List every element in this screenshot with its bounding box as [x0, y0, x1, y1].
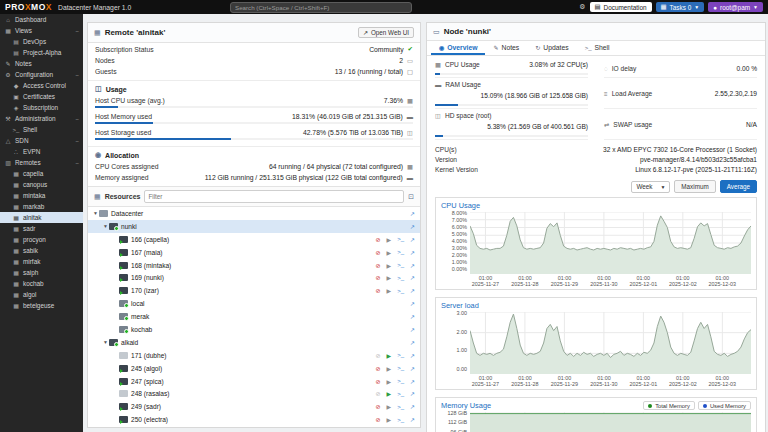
- open-icon[interactable]: ↗: [410, 262, 415, 269]
- stop-icon[interactable]: ⊘: [375, 287, 380, 294]
- legend-used-memory[interactable]: Used Memory: [698, 401, 751, 410]
- collapse-icon[interactable]: −: [75, 160, 79, 166]
- console-icon[interactable]: >_: [397, 352, 404, 358]
- stop-icon[interactable]: ⊘: [375, 249, 380, 256]
- legend-total-memory[interactable]: Total Memory: [643, 401, 695, 410]
- play-icon[interactable]: ▶: [387, 249, 392, 256]
- open-icon[interactable]: ↗: [410, 390, 415, 397]
- sidebar-item-betelgeuse[interactable]: ▦betelgeuse: [0, 300, 83, 311]
- open-icon[interactable]: ↗: [410, 416, 415, 423]
- open-icon[interactable]: ↗: [410, 339, 415, 346]
- stop-icon[interactable]: ⊘: [375, 236, 380, 243]
- sidebar-item-canopus[interactable]: ▦canopus: [0, 179, 83, 190]
- open-icon[interactable]: ↗: [410, 403, 415, 410]
- play-icon[interactable]: ▶: [387, 390, 392, 397]
- collapse-arrow-icon[interactable]: ▼: [92, 210, 99, 216]
- stop-icon[interactable]: ⊘: [375, 390, 380, 397]
- tree-row-248-rasalas[interactable]: 248 (rasalas)⊘▶>_↗: [88, 387, 420, 400]
- tasks-button[interactable]: ▦Tasks 0▼: [656, 2, 705, 12]
- console-icon[interactable]: >_: [397, 391, 404, 397]
- stop-icon[interactable]: ⊘: [375, 378, 380, 385]
- console-icon[interactable]: >_: [397, 275, 404, 281]
- search-input[interactable]: [230, 2, 412, 13]
- play-icon[interactable]: ▶: [387, 416, 392, 423]
- tree-row-252-aldebaran[interactable]: 252 (aldebaran)⊘▶>_↗: [88, 426, 420, 427]
- open-icon[interactable]: ↗: [410, 287, 415, 294]
- collapse-arrow-icon[interactable]: ▼: [102, 339, 109, 345]
- open-icon[interactable]: ↗: [410, 352, 415, 359]
- console-icon[interactable]: >_: [397, 262, 404, 268]
- sidebar-item-saiph[interactable]: ▦saiph: [0, 267, 83, 278]
- tree-row-merak[interactable]: merak↗: [88, 310, 420, 323]
- maximum-button[interactable]: Maximum: [674, 180, 715, 193]
- sidebar-item-certificates[interactable]: ▣Certificates: [0, 91, 83, 102]
- tree-row-170-izar[interactable]: 170 (izar)⊘▶>_↗: [88, 284, 420, 297]
- collapse-icon[interactable]: −: [75, 28, 79, 34]
- tree-row-169-nunki[interactable]: 169 (nunki)⊘▶>_↗: [88, 271, 420, 284]
- tree-row-local[interactable]: local↗: [88, 297, 420, 310]
- user-menu-button[interactable]: ●root@pam▼: [708, 2, 763, 12]
- sidebar-item-remotes[interactable]: ▥Remotes−: [0, 157, 83, 168]
- tree-row-249-sadr[interactable]: 249 (sadr)⊘▶>_↗: [88, 400, 420, 413]
- collapse-icon[interactable]: −: [75, 72, 79, 78]
- open-icon[interactable]: ↗: [410, 223, 415, 230]
- tree-row-167-maia[interactable]: 167 (maia)⊘▶>_↗: [88, 246, 420, 259]
- sidebar-item-algol[interactable]: ▦algol: [0, 289, 83, 300]
- sidebar-item-notes[interactable]: ✎Notes: [0, 58, 83, 69]
- tree-row-166-capella[interactable]: 166 (capella)⊘▶>_↗: [88, 233, 420, 246]
- play-icon[interactable]: ▶: [387, 274, 392, 281]
- bell-icon[interactable]: ⚙: [579, 3, 585, 11]
- open-icon[interactable]: ↗: [410, 300, 415, 307]
- sidebar-item-project-alpha[interactable]: ▤Project-Alpha: [0, 47, 83, 58]
- sidebar-item-capella[interactable]: ▦capella: [0, 168, 83, 179]
- play-icon[interactable]: ▶: [387, 403, 392, 410]
- tab-updates[interactable]: ↻Updates: [527, 41, 576, 55]
- tab-notes[interactable]: ✎Notes: [485, 41, 527, 55]
- tab-overview[interactable]: ◉Overview: [431, 41, 485, 55]
- stop-icon[interactable]: ⊘: [375, 262, 380, 269]
- console-icon[interactable]: >_: [397, 417, 404, 423]
- sidebar-item-evpn[interactable]: ∴EVPN: [0, 146, 83, 157]
- sidebar-item-sabik[interactable]: ▦sabik: [0, 245, 83, 256]
- play-icon[interactable]: ▶: [387, 365, 392, 372]
- open-icon[interactable]: ↗: [410, 313, 415, 320]
- collapse-icon[interactable]: −: [75, 116, 79, 122]
- console-icon[interactable]: >_: [397, 288, 404, 294]
- sidebar-item-mintaka[interactable]: ▦mintaka: [0, 190, 83, 201]
- open-icon[interactable]: ↗: [410, 326, 415, 333]
- sidebar-item-alnitak[interactable]: ▦alnitak: [0, 212, 83, 223]
- open-icon[interactable]: ↗: [410, 274, 415, 281]
- sidebar-item-mirfak[interactable]: ▦mirfak: [0, 256, 83, 267]
- open-icon[interactable]: ↗: [410, 236, 415, 243]
- range-select[interactable]: Week ▼: [631, 181, 670, 193]
- documentation-button[interactable]: ▤Documentation: [590, 2, 652, 12]
- play-icon[interactable]: ▶: [387, 262, 392, 269]
- stop-icon[interactable]: ⊘: [375, 416, 380, 423]
- collapse-icon[interactable]: −: [75, 138, 79, 144]
- open-icon[interactable]: ↗: [410, 249, 415, 256]
- play-icon[interactable]: ▶: [387, 378, 392, 385]
- open-icon[interactable]: ↗: [410, 378, 415, 385]
- console-icon[interactable]: >_: [397, 365, 404, 371]
- open-web-ui-button[interactable]: ↗ Open Web UI: [358, 27, 414, 38]
- stop-icon[interactable]: ⊘: [375, 365, 380, 372]
- average-button[interactable]: Average: [720, 180, 757, 193]
- sidebar-item-markab[interactable]: ▦markab: [0, 201, 83, 212]
- tree-row-171-dubhe[interactable]: 171 (dubhe)⊘▶>_↗: [88, 349, 420, 362]
- console-icon[interactable]: >_: [397, 236, 404, 242]
- stop-icon[interactable]: ⊘: [375, 352, 380, 359]
- open-icon[interactable]: ↗: [410, 210, 415, 217]
- sidebar-item-access-control[interactable]: ◆Access Control: [0, 80, 83, 91]
- sidebar-item-sadr[interactable]: ▦sadr: [0, 223, 83, 234]
- expand-icon[interactable]: ⊡: [408, 193, 414, 201]
- sidebar-item-kochab[interactable]: ▦kochab: [0, 278, 83, 289]
- console-icon[interactable]: >_: [397, 404, 404, 410]
- tree-row-nunki[interactable]: ▼nunki↗: [88, 220, 420, 233]
- sidebar-item-configuration[interactable]: ⚙Configuration−: [0, 69, 83, 80]
- tree-row-168-mintaka[interactable]: 168 (mintaka)⊘▶>_↗: [88, 259, 420, 272]
- tree-row-alkaid[interactable]: ▼alkaid↗: [88, 336, 420, 349]
- sidebar-item-procyon[interactable]: ▦procyon: [0, 234, 83, 245]
- tree-row-kochab[interactable]: kochab↗: [88, 323, 420, 336]
- tree-row-250-electra[interactable]: 250 (electra)⊘▶>_↗: [88, 413, 420, 426]
- sidebar-item-views[interactable]: ▦Views−: [0, 25, 83, 36]
